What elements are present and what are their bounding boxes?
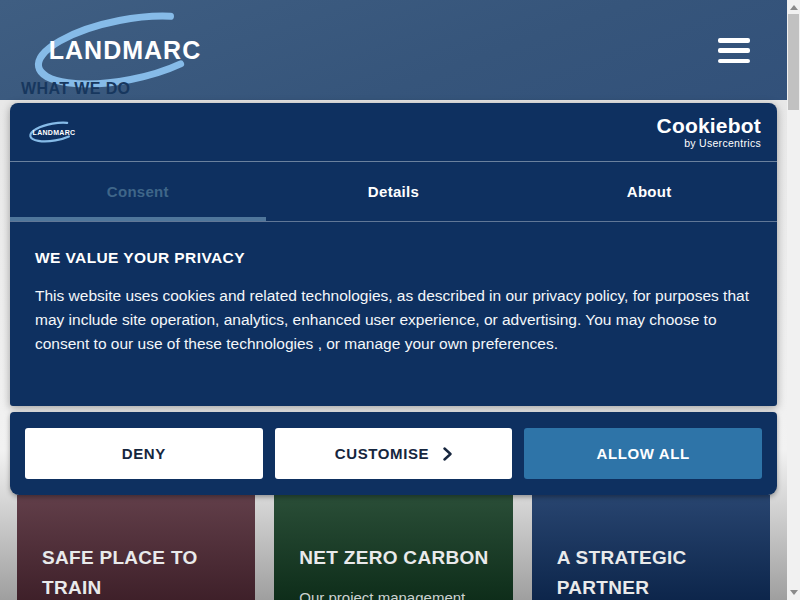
tab-consent[interactable]: Consent xyxy=(10,162,266,221)
feature-cards: SAFE PLACE TO TRAIN NET ZERO CARBON Our … xyxy=(17,495,770,600)
active-tab-indicator xyxy=(10,217,266,221)
tab-details[interactable]: Details xyxy=(266,162,522,221)
landmarc-logo-text: LANDMARC xyxy=(49,36,201,64)
landmarc-logo[interactable]: LANDMARC xyxy=(28,10,223,90)
allow-all-button[interactable]: ALLOW ALL xyxy=(524,428,762,479)
scroll-up-icon[interactable] xyxy=(790,5,798,10)
cookie-consent-dialog: LANDMARC Cookiebot by Usercentrics Conse… xyxy=(10,103,777,406)
landmarc-logo-small-text: LANDMARC xyxy=(33,129,76,136)
scroll-down-icon[interactable] xyxy=(790,590,798,595)
customise-button-label: CUSTOMISE xyxy=(335,445,429,462)
card-title: NET ZERO CARBON xyxy=(299,543,488,573)
privacy-title: WE VALUE YOUR PRIVACY xyxy=(35,249,752,267)
cookie-dialog-tabs: Consent Details About xyxy=(10,162,777,222)
card-title: SAFE PLACE TO TRAIN xyxy=(42,543,231,600)
card-safe-place-to-train[interactable]: SAFE PLACE TO TRAIN xyxy=(17,495,255,600)
page: LANDMARC WHAT WE DO SAFE PLACE TO TRAIN … xyxy=(0,0,800,600)
customise-button[interactable]: CUSTOMISE xyxy=(275,428,513,479)
hero-heading: WHAT WE DO xyxy=(21,80,130,98)
tab-about[interactable]: About xyxy=(521,162,777,221)
menu-icon[interactable] xyxy=(718,38,750,63)
scrollbar-thumb[interactable] xyxy=(788,14,799,110)
card-a-strategic-partner[interactable]: A STRATEGIC PARTNER xyxy=(532,495,770,600)
card-net-zero-carbon[interactable]: NET ZERO CARBON Our project management xyxy=(274,495,512,600)
card-body: Our project management xyxy=(299,587,488,600)
deny-button[interactable]: DENY xyxy=(25,428,263,479)
cookie-dialog-header: LANDMARC Cookiebot by Usercentrics xyxy=(10,103,777,162)
cookiebot-wordmark: Cookiebot xyxy=(657,115,761,136)
landmarc-logo-small: LANDMARC xyxy=(28,120,80,144)
privacy-text: This website uses cookies and related te… xyxy=(35,284,752,356)
cookie-dialog-content: WE VALUE YOUR PRIVACY This website uses … xyxy=(10,222,777,356)
chevron-right-icon xyxy=(443,447,452,461)
scrollbar[interactable] xyxy=(787,0,800,600)
cookie-dialog-footer: DENY CUSTOMISE ALLOW ALL xyxy=(10,412,777,495)
cookiebot-byline: by Usercentrics xyxy=(657,138,761,149)
card-title: A STRATEGIC PARTNER xyxy=(557,543,746,600)
cookiebot-brand[interactable]: Cookiebot by Usercentrics xyxy=(657,115,761,149)
